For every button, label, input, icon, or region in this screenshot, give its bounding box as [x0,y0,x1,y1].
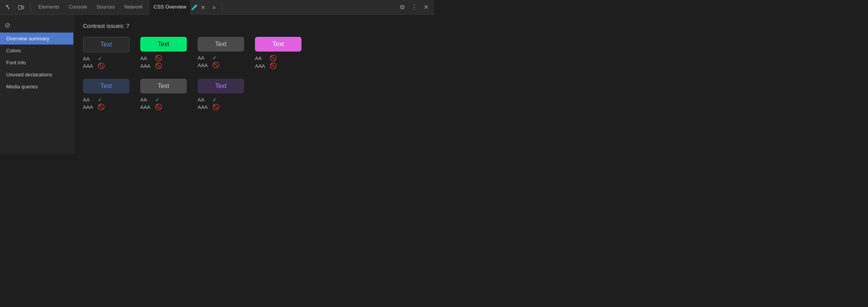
content-area: Contrast issues: 7 Text AA ✓ AAA 🚫 [74,15,434,154]
sidebar: ⊘ Overview summary Colors Font info Unus… [0,15,74,154]
contrast-card-1-3: Text AA ✓ AAA 🚫 [198,37,244,69]
aaa-fail-icon-1-2: 🚫 [155,62,162,69]
compliance-2-3: AA ✓ AAA 🚫 [198,97,244,110]
tab-elements[interactable]: Elements [34,0,63,15]
contrast-button-2-3[interactable]: Text [198,79,244,93]
devtools-toolbar: Elements Console Sources Network CSS Ove… [0,0,434,15]
compliance-aaa-2-2: AAA 🚫 [140,103,187,110]
close-devtools-button[interactable]: ✕ [421,2,431,12]
aaa-label-2-1: AAA [83,104,95,110]
compliance-aaa-1-4: AAA 🚫 [255,62,301,69]
compliance-aaa-1-3: AAA 🚫 [198,62,244,69]
compliance-aaa-2-3: AAA 🚫 [198,103,244,110]
contrast-card-1-2: Text AA 🚫 AAA 🚫 [140,37,187,69]
sidebar-item-overview-summary[interactable]: Overview summary [0,33,73,45]
contrast-row-2: Text AA ✓ AAA 🚫 Text [83,79,425,110]
flask-icon: 🧪 [191,4,198,10]
aa-label-1-3: AA [198,55,209,61]
aaa-label-2-3: AAA [198,104,209,110]
aa-fail-icon-1-2: 🚫 [155,55,162,62]
tab-css-overview[interactable]: CSS Overview [150,0,190,15]
compliance-2-1: AA ✓ AAA 🚫 [83,97,129,110]
contrast-button-2-2[interactable]: Text [140,79,187,93]
aa-label-1-2: AA [140,55,152,61]
contrast-button-1-4[interactable]: Text [255,37,301,52]
close-css-overview-tab-button[interactable]: ✕ [199,3,207,11]
tab-console[interactable]: Console [65,0,91,15]
compliance-aa-1-1: AA ✓ [83,55,129,62]
compliance-aa-2-2: AA ✓ [140,97,187,103]
aaa-fail-icon-2-2: 🚫 [155,103,162,110]
main-area: ⊘ Overview summary Colors Font info Unus… [0,15,434,154]
aaa-fail-icon-1-3: 🚫 [212,62,220,69]
aa-label-1-1: AA [83,56,95,62]
compliance-aaa-1-2: AAA 🚫 [140,62,187,69]
compliance-1-4: AA 🚫 AAA 🚫 [255,55,301,69]
sidebar-item-media-queries[interactable]: Media queries [0,81,73,93]
device-toolbar-button[interactable] [16,3,26,12]
aa-pass-icon-2-1: ✓ [98,97,102,103]
contrast-button-1-2[interactable]: Text [140,37,187,52]
contrast-card-1-1: Text AA ✓ AAA 🚫 [83,37,129,69]
aaa-label-2-2: AAA [140,104,152,110]
contrast-card-2-1: Text AA ✓ AAA 🚫 [83,79,129,110]
compliance-1-3: AA ✓ AAA 🚫 [198,55,244,69]
compliance-2-2: AA ✓ AAA 🚫 [140,97,187,110]
compliance-aa-2-3: AA ✓ [198,97,244,103]
contrast-button-1-1[interactable]: Text [83,37,129,52]
tab-sources[interactable]: Sources [93,0,119,15]
css-overview-tab-group: CSS Overview 🧪 ✕ [148,0,208,15]
svg-rect-0 [19,5,22,9]
aaa-label-1-1: AAA [83,63,95,69]
inspect-element-button[interactable] [3,3,14,12]
aaa-fail-icon-1-4: 🚫 [270,62,277,69]
aa-label-2-1: AA [83,97,95,103]
toolbar-divider-1 [30,3,31,12]
compliance-aaa-2-1: AAA 🚫 [83,103,129,110]
aa-label-1-4: AA [255,55,267,61]
compliance-1-1: AA ✓ AAA 🚫 [83,55,129,69]
compliance-aa-1-3: AA ✓ [198,55,244,61]
aa-pass-icon-1-3: ✓ [212,55,217,61]
compliance-aa-2-1: AA ✓ [83,97,129,103]
aa-label-2-3: AA [198,97,209,103]
settings-button[interactable]: ⚙ [397,2,407,12]
no-entry-icon: ⊘ [5,21,10,29]
sidebar-item-font-info[interactable]: Font info [0,57,73,69]
svg-rect-1 [22,6,24,9]
aa-label-2-2: AA [140,97,152,103]
aaa-label-1-3: AAA [198,62,209,68]
sidebar-item-colors[interactable]: Colors [0,45,73,57]
more-options-button[interactable]: ⋮ [409,2,420,12]
tab-network[interactable]: Network [121,0,147,15]
aaa-label-1-4: AAA [255,63,267,69]
contrast-issues-heading: Contrast issues: 7 [83,22,425,29]
compliance-1-2: AA 🚫 AAA 🚫 [140,55,187,69]
compliance-aa-1-4: AA 🚫 [255,55,301,62]
compliance-aaa-1-1: AAA 🚫 [83,62,129,69]
contrast-card-1-4: Text AA 🚫 AAA 🚫 [255,37,301,69]
aa-fail-icon-1-4: 🚫 [270,55,277,62]
aa-pass-icon-1-1: ✓ [98,55,102,62]
compliance-aa-1-2: AA 🚫 [140,55,187,62]
contrast-row-1: Text AA ✓ AAA 🚫 Text [83,37,425,69]
more-tabs-button[interactable]: » [210,2,218,12]
aa-pass-icon-2-3: ✓ [212,97,217,103]
aaa-fail-icon-1-1: 🚫 [98,62,105,69]
contrast-card-2-3: Text AA ✓ AAA 🚫 [198,79,244,110]
contrast-button-2-1[interactable]: Text [83,79,129,93]
aaa-fail-icon-2-3: 🚫 [212,103,220,110]
contrast-button-1-3[interactable]: Text [198,37,244,52]
contrast-card-2-2: Text AA ✓ AAA 🚫 [140,79,187,110]
toolbar-divider-2 [222,3,222,12]
aaa-fail-icon-2-1: 🚫 [98,103,105,110]
aaa-label-1-2: AAA [140,63,152,69]
aa-pass-icon-2-2: ✓ [155,97,160,103]
sidebar-no-entry: ⊘ [0,18,73,33]
contrast-grid: Text AA ✓ AAA 🚫 Text [83,37,425,110]
sidebar-item-unused-declarations[interactable]: Unused declarations [0,69,73,81]
